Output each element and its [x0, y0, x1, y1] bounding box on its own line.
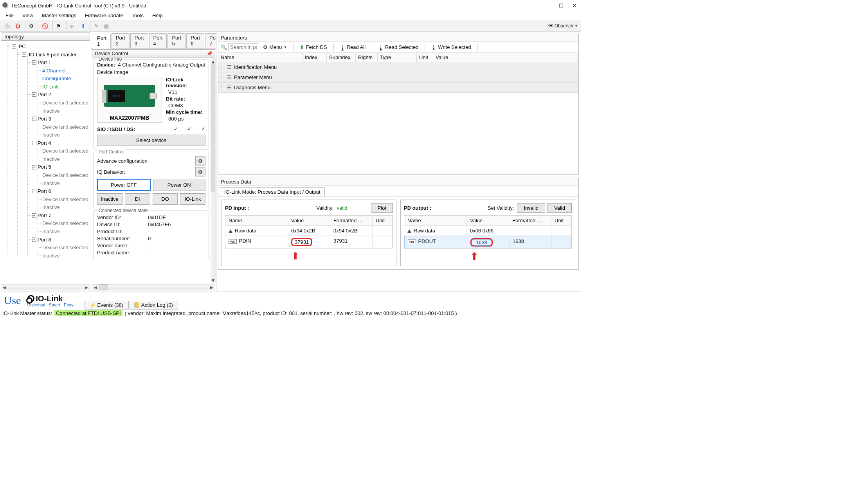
iolink-button[interactable]: IO-Link	[180, 193, 205, 205]
col-unit[interactable]: Unit	[373, 216, 393, 225]
device-v-scrollbar[interactable]: ▲ ▼	[210, 58, 216, 283]
col-name[interactable]: Name	[218, 53, 303, 62]
tree-port[interactable]: Port 1	[38, 59, 51, 65]
topology-h-scrollbar[interactable]: ◄ ►	[1, 284, 90, 290]
col-unit[interactable]: Unit	[551, 216, 571, 225]
tree-leaf[interactable]: Inactive	[42, 108, 60, 113]
port-tab[interactable]: Port 3	[130, 33, 148, 48]
tree-toggle[interactable]: −	[32, 117, 36, 121]
pin-icon[interactable]: 📌	[207, 51, 212, 56]
select-device-button[interactable]: Select device	[97, 135, 205, 146]
search-input[interactable]	[229, 43, 258, 51]
tree-leaf[interactable]: Device isn't selected	[42, 220, 88, 226]
read-selected-button[interactable]: ⭳̲Read Selected	[375, 43, 421, 51]
tree-leaf[interactable]: Inactive	[42, 229, 60, 234]
power-off-button[interactable]: Power OFF	[97, 179, 151, 191]
chevron-right-icon[interactable]: 〉	[220, 64, 225, 70]
scroll-left-icon[interactable]: ◄	[1, 284, 7, 290]
tree-toggle[interactable]: −	[22, 52, 26, 57]
window-close[interactable]: ✕	[572, 3, 576, 9]
tree-leaf[interactable]: Device isn't selected	[42, 148, 88, 154]
port-tab[interactable]: Port 6	[186, 33, 204, 48]
tree-leaf[interactable]: Inactive	[42, 204, 60, 210]
tree-leaf[interactable]: Device isn't selected	[42, 196, 88, 202]
tree-leaf[interactable]: Inactive	[42, 156, 60, 162]
tree-root[interactable]: PC	[19, 43, 26, 49]
valid-button[interactable]: Valid	[547, 203, 572, 213]
tree-leaf[interactable]: Device isn't selected	[42, 100, 88, 106]
pdin-value[interactable]: 37931	[295, 239, 309, 245]
col-unit[interactable]: Unit	[417, 53, 433, 62]
scroll-down-icon[interactable]: ▼	[210, 277, 216, 283]
advance-config-gear[interactable]: ⚙	[195, 156, 205, 166]
tree-toggle[interactable]: −	[32, 141, 36, 145]
power-on-button[interactable]: Power ON	[153, 179, 206, 191]
tree-leaf[interactable]: Inactive	[42, 252, 60, 258]
tree-leaf[interactable]: Device isn't selected	[42, 172, 88, 178]
tree-toggle[interactable]: −	[32, 189, 36, 193]
tb-cancel-icon[interactable]: 🚫	[41, 22, 49, 30]
port-tab[interactable]: Port 4	[149, 33, 167, 48]
tree-port[interactable]: Port 3	[38, 116, 51, 122]
col-subindex[interactable]: Subindex	[327, 53, 356, 62]
inactive-button[interactable]: Inactive	[97, 193, 122, 205]
col-fmt[interactable]: Formatted …	[330, 216, 373, 225]
tree-toggle[interactable]: −	[32, 238, 36, 242]
parameter-row[interactable]: 〉☰Diagnosis Menu	[218, 83, 578, 93]
tb-gear-icon[interactable]: ⚙	[27, 22, 36, 30]
tree-toggle[interactable]: −	[12, 44, 16, 49]
menu-tools[interactable]: Tools	[132, 13, 144, 18]
tree-leaf[interactable]: Device isn't selected	[42, 245, 88, 250]
window-minimize[interactable]: —	[545, 3, 550, 9]
device-h-scrollbar[interactable]: ◄ ►	[92, 284, 215, 290]
read-all-button[interactable]: ⭳̲Read All	[337, 43, 369, 51]
tree-port[interactable]: Port 5	[38, 164, 51, 170]
iq-behavior-gear[interactable]: ⚙	[195, 167, 205, 176]
tree-leaf[interactable]: Device isn't selected	[42, 124, 88, 130]
window-maximize[interactable]: ☐	[559, 3, 564, 9]
plot-button[interactable]: Plot	[371, 203, 393, 213]
events-tab[interactable]: ⚡Events (38)	[85, 301, 128, 310]
col-name[interactable]: Name	[404, 216, 467, 225]
write-selected-button[interactable]: ⭳Write Selected	[428, 43, 474, 51]
port-tab[interactable]: Port 7	[205, 33, 216, 48]
action-log-tab[interactable]: 📒Action Log (0)	[128, 301, 178, 310]
fetch-ds-button[interactable]: ⬆Fetch DS	[297, 43, 330, 51]
col-index[interactable]: Index	[303, 53, 327, 62]
do-button[interactable]: DO	[153, 193, 178, 205]
tb-play-icon[interactable]: ▶	[68, 22, 77, 30]
invalid-button[interactable]: Invalid	[517, 203, 545, 213]
tree-port[interactable]: Port 8	[38, 236, 51, 242]
chevron-right-icon[interactable]: 〉	[220, 85, 225, 90]
search-icon[interactable]: 🔍	[221, 44, 227, 50]
tree-toggle[interactable]: −	[32, 213, 36, 218]
col-rights[interactable]: Rights	[356, 53, 378, 62]
tree-port[interactable]: Port 6	[38, 188, 51, 194]
di-button[interactable]: DI	[125, 193, 150, 205]
tree-leaf[interactable]: Inactive	[42, 180, 60, 186]
process-mode-tab[interactable]: IO-Link Mode: Process Data Input / Outpu…	[220, 187, 325, 196]
tree-master[interactable]: IO-Link 8 port master	[29, 51, 77, 57]
col-value[interactable]: Value	[433, 53, 578, 62]
tree-toggle[interactable]: −	[32, 60, 36, 65]
tb-chip-icon[interactable]: ▥	[102, 22, 111, 30]
pdout-value[interactable]: 1638	[474, 239, 489, 246]
scroll-left-icon[interactable]: ◄	[92, 284, 99, 290]
scroll-right-icon[interactable]: ►	[83, 284, 90, 290]
menu-dropdown[interactable]: ⚙Menu ▼	[260, 43, 290, 51]
port-tab[interactable]: Port 5	[167, 33, 185, 48]
tree-toggle[interactable]: −	[32, 92, 36, 97]
menu-file[interactable]: File	[5, 13, 14, 18]
col-type[interactable]: Type	[378, 53, 417, 62]
chevron-right-icon[interactable]: 〉	[220, 74, 225, 80]
menu-firmware[interactable]: Firmware update	[85, 13, 123, 18]
parameter-row[interactable]: 〉☰Parameter Menu	[218, 72, 578, 83]
topology-tree[interactable]: − PC − IO-Link 8 port master −Port 14 Ch…	[0, 41, 91, 284]
scroll-right-icon[interactable]: ►	[209, 284, 215, 290]
scroll-up-icon[interactable]: ▲	[210, 58, 216, 65]
col-fmt[interactable]: Formatted …	[509, 216, 551, 225]
menu-view[interactable]: View	[22, 13, 33, 18]
tb-flag-icon[interactable]: ⚑	[54, 22, 63, 30]
col-name[interactable]: Name	[225, 216, 288, 225]
tree-toggle[interactable]: −	[32, 165, 36, 169]
